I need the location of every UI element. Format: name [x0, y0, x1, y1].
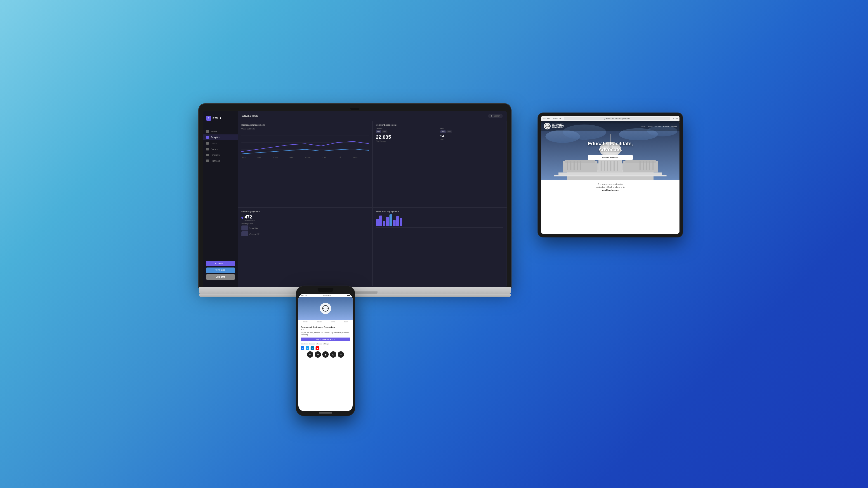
svg-rect-21	[559, 172, 662, 175]
staff-number: 54	[440, 134, 503, 138]
nav-item-products[interactable]: Products	[203, 152, 238, 158]
search-text: Search	[493, 115, 500, 117]
trending-text-1: Annual Gala	[249, 227, 258, 229]
phone-device: 4:45 PM Tue Mar 29 ●●● GCA Services Cont…	[296, 286, 355, 416]
laptop-device: R ROLA Home Analytics	[199, 104, 511, 297]
page-title: ANALYTICS	[242, 115, 258, 117]
event-number: 472 New Attendees	[245, 215, 255, 221]
svg-rect-31	[574, 161, 575, 170]
phone-nav-services[interactable]: Services	[302, 321, 309, 323]
svg-text:Feb: Feb	[257, 156, 262, 158]
nav-item-analytics[interactable]: Analytics	[203, 134, 238, 140]
nav-item-users[interactable]: Users	[203, 140, 238, 146]
nav-item-home[interactable]: Home	[203, 129, 238, 134]
member-grid: Members Year New 22,035 Total Members	[376, 128, 504, 142]
chart-svg: Jan Feb Mar Apr May Jun Jul Aug	[241, 131, 369, 158]
laptop-screen-outer: R ROLA Home Analytics	[199, 104, 511, 287]
phone-description: Our goal is to lobby, advocate, and prom…	[301, 332, 350, 336]
pop-bar-7	[396, 216, 399, 226]
phone-status-bar: 4:45 PM Tue Mar 29 ●●●	[298, 294, 352, 297]
phone-bottom-icons: ⊕ ☰ ◉ ⊡ ✉	[301, 351, 350, 358]
svg-rect-35	[643, 161, 644, 170]
phone-tag-events[interactable]: Events	[316, 343, 322, 345]
bottom-icon-1[interactable]: ⊕	[307, 351, 313, 358]
bottom-icon-5[interactable]: ✉	[338, 351, 344, 358]
bottom-icon-4[interactable]: ⊡	[330, 351, 336, 358]
website-button[interactable]: WEBSITE	[206, 267, 235, 273]
members-section: Members Year New 22,035 Total Members	[376, 128, 439, 142]
tablet-url-bar[interactable]: gca-association.squarespace.com	[564, 117, 670, 120]
tablet-logo-circle: GCA	[544, 123, 551, 129]
trending-item-2: Workshop 2024	[241, 231, 369, 236]
svg-text:Jan: Jan	[241, 156, 246, 158]
nav-item-events[interactable]: Events	[203, 146, 238, 152]
member-tabs: Year New	[376, 130, 439, 133]
svg-rect-43	[614, 161, 615, 171]
logout-button[interactable]: LOGOUT	[206, 274, 235, 280]
search-bar[interactable]: Search	[488, 114, 503, 118]
svg-rect-44	[617, 161, 618, 171]
finances-icon	[206, 160, 209, 162]
tablet-nav-about[interactable]: About	[648, 125, 653, 127]
sidebar: R ROLA Home Analytics	[203, 111, 238, 287]
sidebar-buttons: CONTACT WEBSITE LOGOUT	[203, 258, 238, 283]
news-post-title: News Post Engagement	[376, 210, 504, 213]
staff-label: Staff	[440, 138, 503, 140]
phone-screen: 4:45 PM Tue Mar 29 ●●● GCA Services Cont…	[298, 294, 352, 411]
trending-text-2: Workshop 2024	[249, 233, 260, 235]
phone-nav: Services Contact Events Gallery	[298, 320, 352, 324]
youtube-icon[interactable]: ▶	[315, 346, 319, 350]
svg-rect-32	[577, 161, 578, 170]
member-engagement-card: Member Engagement Members Year New 22,03…	[373, 121, 507, 207]
tablet-nav-events[interactable]: Events	[663, 125, 669, 127]
phone-cta-button[interactable]: JOIN TO OUR SOCIETY →	[301, 337, 350, 341]
sidebar-logo: R ROLA	[203, 116, 238, 125]
svg-rect-22	[554, 175, 666, 176]
svg-rect-41	[607, 161, 608, 171]
svg-text:Jul: Jul	[337, 156, 341, 158]
trending-thumb-2	[241, 231, 248, 236]
members-section-title: Members	[376, 128, 439, 129]
facebook-icon[interactable]: f	[301, 346, 304, 350]
linkedin-icon[interactable]: in	[311, 346, 314, 350]
staff-tab-new[interactable]: New	[446, 130, 452, 133]
bottom-icon-3[interactable]: ◉	[322, 351, 329, 358]
news-chart-base	[376, 227, 504, 228]
analytics-icon	[206, 136, 209, 139]
bottom-icon-2[interactable]: ☰	[315, 351, 321, 358]
tablet-date: Tue Mar 29	[552, 118, 561, 120]
phone-nav-gallery[interactable]: Gallery	[343, 321, 349, 323]
phone-tag-gallery[interactable]: Gallery	[323, 343, 329, 345]
twitter-icon[interactable]: t	[306, 346, 309, 350]
phone-battery: ●●●	[347, 295, 350, 296]
laptop-base	[199, 287, 511, 294]
phone-org-subtitle: GCA	[301, 329, 350, 330]
tablet-battery: 100%	[673, 118, 678, 120]
contact-button[interactable]: CONTACT	[206, 261, 235, 266]
nav-item-finances[interactable]: Finances	[203, 158, 238, 164]
tablet-logo: GCA GOVERNMENT CONTRACTORS ASSOCIATION	[544, 123, 564, 129]
member-tab-new[interactable]: New	[382, 130, 388, 133]
svg-rect-29	[567, 161, 568, 170]
svg-rect-40	[604, 161, 605, 171]
phone-nav-events[interactable]: Events	[330, 321, 336, 323]
pop-bar-1	[376, 219, 379, 226]
phone-body: Government Contractors Association GCA O…	[298, 324, 352, 359]
tablet-become-member-button[interactable]: Become a Member	[588, 155, 633, 160]
tablet-nav-home[interactable]: Home	[641, 125, 645, 127]
tablet-browser-bar: 4:45 PM Tue Mar 29 gca-association.squar…	[541, 116, 680, 121]
member-tab-year[interactable]: Year	[376, 130, 381, 133]
laptop-notch	[350, 108, 360, 110]
tablet-nav-contact[interactable]: Contact	[655, 125, 661, 127]
phone-tag-contact[interactable]: Contact	[309, 343, 315, 345]
staff-tab-year[interactable]: Year	[440, 130, 446, 133]
phone-nav-contact[interactable]: Contact	[316, 321, 323, 323]
tablet-nav-gallery[interactable]: Gallery	[671, 125, 677, 127]
svg-text:Aug: Aug	[353, 156, 358, 158]
phone-tag-services[interactable]: Services	[301, 343, 308, 345]
home-icon	[206, 130, 209, 133]
events-icon	[206, 148, 209, 151]
total-members-label: Total Members	[376, 140, 439, 142]
users-icon	[206, 142, 209, 144]
svg-rect-38	[652, 161, 653, 170]
